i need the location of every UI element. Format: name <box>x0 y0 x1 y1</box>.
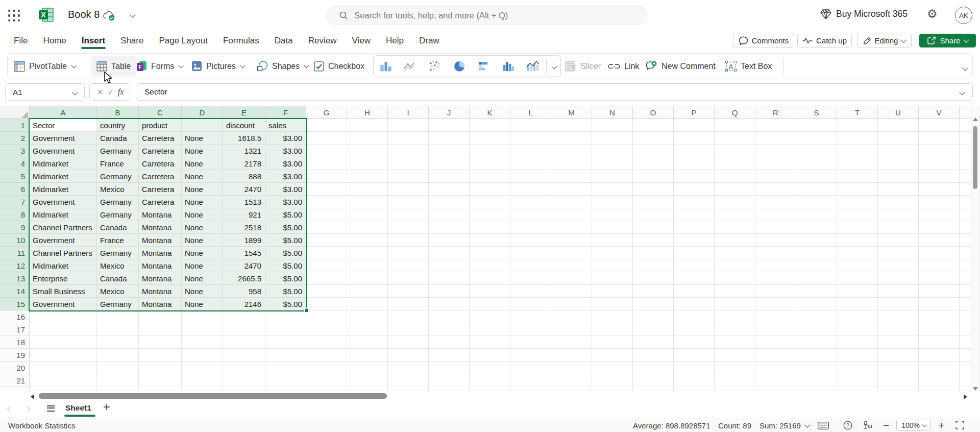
cell-K16[interactable] <box>470 310 510 323</box>
cell-D14[interactable]: None <box>182 285 223 298</box>
cell-A18[interactable] <box>30 336 97 349</box>
cell-M6[interactable] <box>551 183 592 196</box>
cell-J14[interactable] <box>429 285 470 298</box>
cell-V4[interactable] <box>919 157 960 170</box>
cell-Q4[interactable] <box>715 157 755 170</box>
name-box[interactable]: A1 <box>5 83 85 101</box>
row-header-9[interactable]: 9 <box>0 221 30 234</box>
cell-B20[interactable] <box>97 362 139 374</box>
cell-partial-2[interactable] <box>960 132 971 145</box>
help-icon[interactable]: ? <box>843 421 852 430</box>
row-header-17[interactable]: 17 <box>0 323 30 336</box>
cell-partial-11[interactable] <box>960 247 971 259</box>
cell-C6[interactable]: Carretera <box>139 183 182 196</box>
cell-E22[interactable] <box>223 387 265 391</box>
cell-B17[interactable] <box>97 323 139 336</box>
chart-group-expand-chevron[interactable] <box>548 64 560 68</box>
cell-R3[interactable] <box>755 145 796 157</box>
cell-N16[interactable] <box>592 310 633 323</box>
cell-P12[interactable] <box>674 259 715 272</box>
cell-J16[interactable] <box>429 310 470 323</box>
cell-B14[interactable]: Mexico <box>97 285 139 298</box>
cell-R19[interactable] <box>755 349 796 362</box>
cell-I12[interactable] <box>388 259 429 272</box>
cell-G7[interactable] <box>306 196 347 208</box>
cell-D3[interactable]: None <box>182 145 223 157</box>
fullscreen-icon[interactable] <box>955 421 964 429</box>
cell-partial-13[interactable] <box>960 272 971 285</box>
cell-E1[interactable]: discount <box>223 119 265 132</box>
cell-P17[interactable] <box>674 323 715 336</box>
cell-I19[interactable] <box>388 349 429 362</box>
cell-C4[interactable]: Carretera <box>139 157 182 170</box>
cell-V15[interactable] <box>919 298 960 310</box>
cell-J10[interactable] <box>429 234 470 247</box>
cell-I21[interactable] <box>388 374 429 387</box>
cell-U15[interactable] <box>878 298 919 310</box>
cell-L16[interactable] <box>510 310 551 323</box>
cell-E2[interactable]: 1618.5 <box>223 132 265 145</box>
cell-O4[interactable] <box>633 157 674 170</box>
column-header-F[interactable]: F <box>265 106 306 119</box>
cell-K12[interactable] <box>470 259 510 272</box>
column-header-T[interactable]: T <box>837 106 878 119</box>
cell-P22[interactable] <box>674 387 715 391</box>
cell-D18[interactable] <box>182 336 223 349</box>
search-input[interactable] <box>354 11 620 20</box>
menu-tab-review[interactable]: Review <box>308 32 337 50</box>
cell-M8[interactable] <box>551 208 592 221</box>
cell-Q17[interactable] <box>715 323 755 336</box>
menu-tab-help[interactable]: Help <box>385 32 404 50</box>
cell-L15[interactable] <box>510 298 551 310</box>
cell-F3[interactable]: $3.00 <box>265 145 306 157</box>
cell-V6[interactable] <box>919 183 960 196</box>
cell-P3[interactable] <box>674 145 715 157</box>
cell-K17[interactable] <box>470 323 510 336</box>
cell-S21[interactable] <box>796 374 837 387</box>
cell-K1[interactable] <box>470 119 510 132</box>
cell-partial-7[interactable] <box>960 196 971 208</box>
cell-partial-16[interactable] <box>960 310 971 323</box>
cell-L2[interactable] <box>510 132 551 145</box>
formula-input[interactable]: Sector <box>136 83 973 101</box>
cell-Q2[interactable] <box>715 132 755 145</box>
cell-H11[interactable] <box>347 247 388 259</box>
cell-J12[interactable] <box>429 259 470 272</box>
insert-combo-chart-button[interactable] <box>521 60 545 73</box>
cell-L20[interactable] <box>510 362 551 374</box>
cell-A19[interactable] <box>30 349 97 362</box>
cell-V19[interactable] <box>919 349 960 362</box>
cell-L12[interactable] <box>510 259 551 272</box>
cell-A4[interactable]: Midmarket <box>30 157 97 170</box>
cell-U19[interactable] <box>878 349 919 362</box>
cell-E6[interactable]: 2470 <box>223 183 265 196</box>
cell-F16[interactable] <box>265 310 306 323</box>
cell-K18[interactable] <box>470 336 510 349</box>
shapes-button[interactable]: Shapes <box>257 54 308 79</box>
cell-S22[interactable] <box>796 387 837 391</box>
cell-A21[interactable] <box>30 374 97 387</box>
cell-N8[interactable] <box>592 208 633 221</box>
column-header-P[interactable]: P <box>674 106 715 119</box>
row-header-11[interactable]: 11 <box>0 247 30 259</box>
cell-N7[interactable] <box>592 196 633 208</box>
cell-D20[interactable] <box>182 362 223 374</box>
cell-L14[interactable] <box>510 285 551 298</box>
cell-S9[interactable] <box>796 221 837 234</box>
cell-L6[interactable] <box>510 183 551 196</box>
column-header-R[interactable]: R <box>755 106 796 119</box>
cell-M21[interactable] <box>551 374 592 387</box>
cell-R4[interactable] <box>755 157 796 170</box>
cell-S4[interactable] <box>796 157 837 170</box>
cell-S15[interactable] <box>796 298 837 310</box>
pivottable-button[interactable]: PivotTable <box>14 54 76 79</box>
cell-C10[interactable]: Montana <box>139 234 182 247</box>
cell-T7[interactable] <box>837 196 878 208</box>
cell-A8[interactable]: Midmarket <box>30 208 97 221</box>
cell-B9[interactable]: Canada <box>97 221 139 234</box>
cell-M1[interactable] <box>551 119 592 132</box>
row-header-21[interactable]: 21 <box>0 374 30 387</box>
insert-column-chart-2-button[interactable] <box>496 60 521 73</box>
cell-H7[interactable] <box>347 196 388 208</box>
cell-D22[interactable] <box>182 387 223 391</box>
